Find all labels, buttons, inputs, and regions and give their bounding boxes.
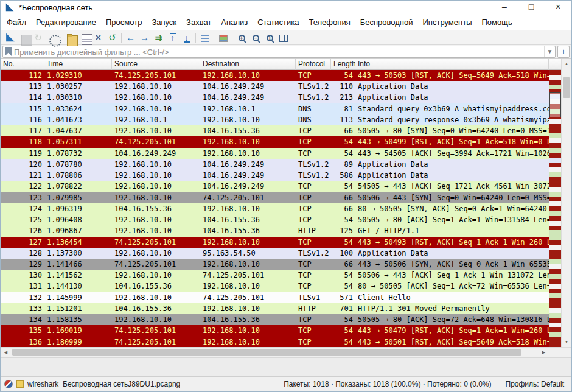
column-header-5[interactable]: Length xyxy=(331,59,355,70)
profile-label[interactable]: Профиль: Default xyxy=(498,380,572,388)
packet-row[interactable]: 1231.079985192.168.10.1074.125.205.101TC… xyxy=(1,192,549,203)
maximize-button[interactable]: □ xyxy=(518,1,545,14)
packet-row[interactable]: 1351.16901974.125.205.101192.168.10.10TC… xyxy=(1,325,549,336)
packet-row[interactable]: 1301.141562192.168.10.1074.125.205.101TC… xyxy=(1,270,549,281)
packet-row[interactable]: 1261.096867192.168.10.10104.16.155.36HTT… xyxy=(1,225,549,236)
packet-no: 135 xyxy=(1,325,44,336)
scroll-left-icon[interactable]: ◀ xyxy=(1,348,11,357)
packet-row[interactable]: 1191.078732104.16.249.249192.168.10.10TC… xyxy=(1,148,549,159)
close-button[interactable]: × xyxy=(545,1,571,14)
auto-scroll-button[interactable] xyxy=(198,31,212,44)
display-filter-box[interactable]: ▼ xyxy=(2,46,556,58)
packet-row[interactable]: 1201.078780192.168.10.10104.16.249.249TL… xyxy=(1,159,549,170)
packet-minimap[interactable] xyxy=(549,70,561,347)
column-header-4[interactable]: Protocol xyxy=(296,59,331,70)
start-capture-button[interactable] xyxy=(3,31,17,44)
go-to-top-icon xyxy=(168,33,178,43)
scroll-right-icon[interactable]: ▶ xyxy=(539,348,549,357)
packet-row[interactable]: 1221.078822192.168.10.10104.16.249.249TC… xyxy=(1,181,549,192)
close-file-button[interactable] xyxy=(91,31,105,44)
reload-file-button[interactable] xyxy=(105,31,119,44)
minimize-button[interactable]: – xyxy=(491,1,518,14)
vertical-scroll-thumb[interactable] xyxy=(563,77,570,98)
minimap-viewport[interactable] xyxy=(549,92,561,117)
menu-item-10[interactable]: Помощь xyxy=(477,15,517,29)
scroll-down-icon[interactable]: ▼ xyxy=(562,337,571,347)
column-header-2[interactable]: Source xyxy=(112,59,200,70)
menu-item-1[interactable]: Редактирование xyxy=(31,15,101,29)
packet-row[interactable]: 1341.158135192.168.10.10104.16.155.36TCP… xyxy=(1,314,549,325)
packet-row[interactable]: 1311.144130104.16.155.36192.168.10.10TCP… xyxy=(1,281,549,292)
minimap-band xyxy=(549,211,561,216)
go-to-packet-button[interactable] xyxy=(152,31,166,44)
packet-source: 192.168.10.1 xyxy=(112,114,200,125)
minimap-band xyxy=(549,259,561,264)
packet-row[interactable]: 1151.033624192.168.10.10192.168.10.1DNS8… xyxy=(1,103,549,114)
menu-item-4[interactable]: Захват xyxy=(181,15,216,29)
capture-comment-icon[interactable] xyxy=(16,380,24,388)
display-filter-input[interactable] xyxy=(14,47,544,57)
menu-item-8[interactable]: Беспроводной xyxy=(355,15,418,29)
filter-history-chevron-icon[interactable]: ▼ xyxy=(544,46,555,57)
go-forward-button[interactable] xyxy=(138,31,152,44)
column-header-3[interactable]: Destination xyxy=(200,59,296,70)
menu-item-9[interactable]: Инструменты xyxy=(417,15,476,29)
go-to-bottom-button[interactable] xyxy=(180,31,194,44)
packet-source: 192.168.10.10 xyxy=(112,181,200,192)
packet-row[interactable]: 1121.02931074.125.205.101192.168.10.10TC… xyxy=(1,70,549,81)
column-header-0[interactable]: No. xyxy=(1,59,44,70)
horizontal-scroll-thumb[interactable] xyxy=(12,349,521,356)
packet-info: 443 → 50503 [RST, ACK] Seq=5649 Ack=518 … xyxy=(355,70,549,81)
menu-item-7[interactable]: Телефония xyxy=(304,15,355,29)
save-file-icon xyxy=(80,33,89,43)
vertical-scrollbar[interactable]: ▲ ▼ xyxy=(561,59,571,347)
packet-length: 54 xyxy=(331,337,355,347)
packet-row[interactable]: 1321.145999192.168.10.1074.125.205.101TL… xyxy=(1,292,549,303)
filter-add-button[interactable]: + xyxy=(557,46,570,58)
column-header-6[interactable]: Info xyxy=(355,59,549,70)
menu-item-5[interactable]: Анализ xyxy=(216,15,253,29)
save-file-button[interactable] xyxy=(77,31,91,44)
packet-row[interactable]: 1171.047637192.168.10.10104.16.155.36TCP… xyxy=(1,125,549,136)
scroll-up-icon[interactable]: ▲ xyxy=(562,59,571,69)
packet-no: 121 xyxy=(1,170,44,181)
vertical-scroll-track[interactable] xyxy=(562,69,571,337)
zoom-original-button[interactable]: 1 xyxy=(262,31,276,44)
go-back-button[interactable] xyxy=(124,31,138,44)
packet-row[interactable]: 1291.14146674.125.205.101192.168.10.10TC… xyxy=(1,259,549,270)
packet-length: 54 xyxy=(331,270,355,281)
packet-destination: 104.16.155.36 xyxy=(200,125,296,136)
capture-options-button[interactable] xyxy=(45,31,59,44)
resize-columns-button[interactable] xyxy=(276,31,290,44)
menu-item-2[interactable]: Просмотр xyxy=(101,15,147,29)
column-header-1[interactable]: Time xyxy=(44,59,112,70)
zoom-in-button[interactable]: + xyxy=(234,31,248,44)
menu-item-0[interactable]: Файл xyxy=(2,15,31,29)
capture-file-properties-icon[interactable] xyxy=(4,380,13,388)
packet-row[interactable]: 1251.096408192.168.10.10104.16.155.36TCP… xyxy=(1,214,549,225)
packet-row[interactable]: 1131.030257192.168.10.10104.16.249.249TL… xyxy=(1,81,549,92)
packet-protocol: TCP xyxy=(296,237,331,248)
horizontal-scrollbar[interactable]: ◀ ▶ xyxy=(1,347,571,357)
open-file-button[interactable] xyxy=(63,31,77,44)
horizontal-scroll-track[interactable] xyxy=(11,348,539,357)
packet-row[interactable]: 1271.13645474.125.205.101192.168.10.10TC… xyxy=(1,237,549,248)
packet-row[interactable]: 1361.18099974.125.205.101192.168.10.10TC… xyxy=(1,337,549,347)
colorize-button[interactable] xyxy=(216,31,230,44)
stop-capture-button[interactable] xyxy=(17,31,31,44)
packet-row[interactable]: 1141.030310192.168.10.10104.16.249.249TL… xyxy=(1,92,549,103)
packet-row[interactable]: 1211.078806192.168.10.10104.16.249.249TL… xyxy=(1,170,549,181)
go-to-top-button[interactable] xyxy=(166,31,180,44)
packet-protocol: TCP xyxy=(296,203,331,214)
minimap-spacer xyxy=(549,59,561,70)
packet-row[interactable]: 1281.137300192.168.10.1095.163.54.50TLSv… xyxy=(1,248,549,259)
packet-row[interactable]: 1181.05731174.125.205.101192.168.10.10TC… xyxy=(1,136,549,147)
packet-row[interactable]: 1241.096319104.16.155.36192.168.10.10TCP… xyxy=(1,203,549,214)
menu-item-3[interactable]: Запуск xyxy=(147,15,181,29)
filter-bookmark-icon[interactable] xyxy=(5,47,12,56)
zoom-out-button[interactable]: − xyxy=(248,31,262,44)
packet-row[interactable]: 1331.151201104.16.155.36192.168.10.10HTT… xyxy=(1,303,549,314)
restart-capture-button[interactable] xyxy=(31,31,45,44)
menu-item-6[interactable]: Статистика xyxy=(253,15,304,29)
packet-row[interactable]: 1161.041673192.168.10.1192.168.10.10DNS1… xyxy=(1,114,549,125)
